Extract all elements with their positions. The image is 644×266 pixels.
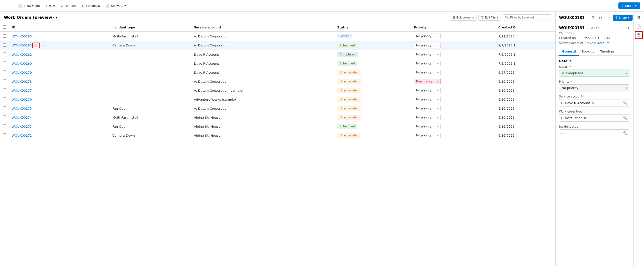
row-checkbox[interactable] [3,61,6,65]
col-priority[interactable]: Priority [411,23,496,32]
rp-status-dropdown[interactable]: ✓ Completed ▾ [559,69,630,77]
tab-timeline[interactable]: Timeline [598,48,617,56]
list-title[interactable]: Work Orders (preview) ▾ [4,15,57,20]
rp-record-id: WOUX00181 [559,26,584,30]
row-id-link[interactable]: WOUX00174 [12,116,32,119]
refresh-button[interactable]: ↺ Refresh [58,3,78,9]
incident-type-search-icon[interactable]: 🔍 [623,131,628,135]
priority-edit-icon: ✏ [570,80,573,83]
show-chart-button[interactable]: ⬜ Show Chart [16,3,42,9]
row-checkbox[interactable] [3,52,6,56]
row-priority-dropdown[interactable]: No priority▾ [414,115,441,120]
select-all-checkbox[interactable] [3,25,6,29]
new-button[interactable]: + New [43,3,57,9]
row-checkbox[interactable] [3,97,6,101]
row-id-link[interactable]: WOUX00180 [12,62,32,65]
work-order-type-tag-remove[interactable]: ✕ [584,116,586,120]
col-created[interactable]: Created O [496,23,555,32]
row-record-icon-button[interactable]: ⬜ [32,42,40,48]
col-id[interactable]: ID ↓ [9,23,110,32]
row-priority-dropdown[interactable]: No priority▾ [414,124,441,129]
service-account-tag-remove[interactable]: ✕ [592,101,594,105]
row-checkbox[interactable] [3,88,6,92]
row-id-link[interactable]: WOUX00178 [12,80,32,83]
rp-share-button[interactable]: ⤴ Share ▾ [613,14,632,21]
priority-chevron-icon: ▾ [437,53,438,56]
rp-service-account-value[interactable]: Dave R Account [585,41,610,45]
col-service-account[interactable]: Service account [191,23,334,32]
row-id-link[interactable]: WOUX00183 [12,34,32,38]
row-checkbox[interactable] [3,106,6,110]
row-more-button[interactable]: ⋯ [42,43,45,47]
rp-priority-dropdown[interactable]: No priority ▾ [559,84,630,91]
row-id-link[interactable]: WOUX00177 [12,89,32,92]
row-id-cell: WOUX00176 [9,95,110,104]
rp-incident-type-dropdown[interactable]: --- 🔍 [559,129,630,137]
row-id-link[interactable]: WOUX00173 [12,125,32,128]
filter-input[interactable] [510,15,549,19]
status-badge: Completed [337,52,358,57]
edit-columns-button[interactable]: ⊞ Edit columns [450,14,477,21]
row-id-link[interactable]: WOUX00182 [12,43,32,47]
row-checkbox[interactable] [3,43,6,47]
row-checkbox[interactable] [3,79,6,83]
priority-label: No priority [416,44,432,47]
rp-prev-button[interactable]: ‹ [584,15,589,21]
row-priority-cell: No priority▾ [411,32,496,41]
row-id-link[interactable]: WOUX00172 [12,134,32,137]
row-status-cell: Unscheduled [334,68,411,77]
row-checkbox-cell [0,122,9,131]
row-id-link[interactable]: WOUX00179 [12,71,32,74]
row-priority-dropdown[interactable]: No priority▾ [414,88,441,93]
sidebar-copy-button[interactable]: ⧉ [635,14,643,21]
service-account-search-icon[interactable]: 🔍 [623,101,628,105]
row-priority-cell: No priority▾ [411,95,496,104]
col-incident-type[interactable]: Incident type [110,23,191,32]
rp-record-btn[interactable]: ☰ [590,15,596,21]
row-checkbox[interactable] [3,34,6,38]
show-as-button[interactable]: ⬜ Show As ▾ [103,3,128,9]
sidebar-edit-button[interactable]: 📄 [635,22,643,30]
row-created-cell: 7/7/2023 1 [496,41,555,50]
row-checkbox[interactable] [3,133,6,137]
row-incident-cell: Camera Down [110,41,191,50]
priority-chevron-icon: ▾ [437,35,438,38]
main-share-button[interactable]: ⤴ Share ▾ [618,2,640,9]
tab-general[interactable]: General [559,48,579,56]
columns-icon: ⊞ [453,15,455,19]
row-checkbox[interactable] [3,70,6,74]
rp-more-btn[interactable]: ⋯ [605,15,611,21]
row-checkbox-cell [0,50,9,59]
sidebar-delete-button[interactable]: 🗑 [635,31,643,39]
work-order-type-search-icon[interactable]: 🔍 [623,116,628,120]
row-checkbox[interactable] [3,115,6,119]
row-service-account-cell: A. Datum Corporation [191,77,334,86]
row-priority-dropdown[interactable]: No priority▾ [414,97,441,102]
row-status-cell: Completed [334,50,411,59]
back-button[interactable]: ← [4,2,12,9]
row-priority-dropdown[interactable]: No priority▾ [414,133,441,138]
row-priority-dropdown[interactable]: No priority▾ [414,70,441,75]
table-row: WOUX00179Dave R AccountUnscheduledNo pri… [0,68,555,77]
row-priority-dropdown[interactable]: No priority▾ [414,43,441,48]
row-id-link[interactable]: WOUX00176 [12,98,32,101]
row-checkbox-cell [0,95,9,104]
row-priority-dropdown[interactable]: No priority▾ [414,106,441,111]
rp-created-label: Created on [559,36,581,40]
row-priority-cell: No priority▾ [411,122,496,131]
feedback-button[interactable]: ☺ Feedback [79,3,102,9]
row-checkbox[interactable] [3,124,6,128]
row-id-link[interactable]: WOUX00181 [12,53,32,56]
rp-expand-button[interactable]: › [628,25,630,31]
row-id-link[interactable]: WOUX00175 [12,107,32,110]
edit-filters-button[interactable]: ▽ Edit filters [478,14,501,21]
row-priority-dropdown[interactable]: No priority▾ [414,52,441,57]
row-created-cell: 7/5/2023 1 [496,50,555,59]
col-status[interactable]: Status [334,23,411,32]
rp-resize-btn[interactable]: ⊡ [598,15,604,21]
status-badge: Scheduled [337,61,358,66]
tab-booking[interactable]: Booking [579,48,597,56]
row-priority-dropdown[interactable]: No priority▾ [414,61,441,66]
row-priority-dropdown[interactable]: No priority▾ [414,33,441,39]
row-priority-dropdown[interactable]: Emergency▾ [414,79,441,84]
